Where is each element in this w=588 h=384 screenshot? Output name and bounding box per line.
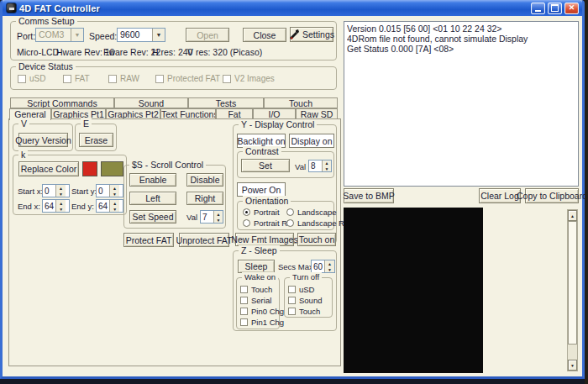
tab-touch[interactable]: Touch [264,97,338,108]
display-on-button[interactable]: Display on [289,134,334,148]
contrast-set-button[interactable]: Set [241,159,290,172]
checkbox-usd[interactable]: uSD [18,74,45,83]
tab-script-commands[interactable]: Script Commands [10,97,114,108]
spin-up-icon[interactable] [56,200,66,206]
sleep-button[interactable]: Sleep [238,260,275,273]
portrait-r-radio-dot[interactable] [243,219,250,227]
landscape-radio-dot[interactable] [286,208,294,216]
start-x-spinner[interactable]: 0 [42,184,70,197]
radio-landscape[interactable]: Landscape [286,208,336,217]
color-swatch-target[interactable] [101,161,123,176]
titlebar[interactable]: 4D FAT Controller [3,0,582,16]
wake-pin1-box[interactable] [240,318,248,326]
radio-portrait[interactable]: Portrait [243,208,280,217]
start-y-spinner[interactable]: 0 [96,184,123,197]
turnoff-sound-checkbox[interactable]: Sound [288,296,322,305]
tab-sound[interactable]: Sound [114,97,188,108]
end-x-spin-arrows[interactable] [55,200,66,212]
radio-portrait-r[interactable]: Portrait R [243,218,287,228]
end-y-spin-arrows[interactable] [109,200,119,212]
wake-touch-checkbox[interactable]: Touch [240,285,272,294]
spin-down-icon[interactable] [110,206,119,212]
save-to-bmp-button[interactable]: Save to BMP [344,188,394,203]
scrollbar-thumb[interactable] [568,221,577,345]
scroll-right-button[interactable]: Right [186,192,223,205]
open-button[interactable]: Open [186,28,229,42]
maximize-button[interactable] [548,3,562,14]
tab-general[interactable]: General [9,108,51,120]
spin-up-icon[interactable] [110,185,119,191]
secs-max-spinner[interactable]: 60 [311,260,335,273]
copy-to-clipboard-button[interactable]: Copy to Clipboard [525,188,579,203]
contrast-spin-arrows[interactable] [322,160,331,171]
end-y-spinner[interactable]: 64 [96,199,123,213]
spin-down-icon[interactable] [323,166,331,172]
port-combo[interactable]: COM3 [35,28,84,42]
log-textarea[interactable]: Version 0.015 [56 00] <01 10 22 24 32> 4… [344,21,579,187]
landscape-r-radio-dot[interactable] [286,219,294,227]
fat-checkbox-box[interactable] [63,75,71,83]
protect-fat-button[interactable]: Protect FAT [123,233,174,247]
protected-fat-checkbox-box[interactable] [155,75,164,83]
spin-up-icon[interactable] [214,211,223,217]
wake-pin0-checkbox[interactable]: Pin0 Chg [240,307,284,316]
display-scrollbar[interactable] [567,209,578,371]
spin-up-icon[interactable] [325,260,334,266]
spin-down-icon[interactable] [56,191,66,197]
scroll-left-button[interactable]: Left [129,192,176,205]
start-x-spin-arrows[interactable] [55,185,66,197]
start-y-spin-arrows[interactable] [109,185,119,197]
checkbox-protected-fat[interactable]: Protected FAT [155,74,220,83]
minimize-button[interactable] [531,3,545,14]
checkbox-v2-images[interactable]: V2 Images [223,74,275,83]
unprotect-fat-button[interactable]: Unprotect FAT [179,233,229,247]
new-fmt-images-button[interactable]: New Fmt Images [235,233,294,246]
query-version-button[interactable]: Query Version [18,133,68,147]
checkbox-fat[interactable]: FAT [63,74,90,83]
checkbox-raw[interactable]: RAW [108,74,139,83]
wake-pin0-box[interactable] [240,308,248,315]
raw-checkbox-box[interactable] [108,75,117,83]
scroll-enable-button[interactable]: Enable [129,173,176,187]
usd-checkbox-box[interactable] [18,75,26,83]
color-swatch-source[interactable] [82,161,97,176]
spin-down-icon[interactable] [110,191,119,197]
erase-button[interactable]: Erase [79,133,113,147]
clear-log-button[interactable]: Clear Log [479,188,521,203]
portrait-radio-dot[interactable] [243,208,250,216]
settings-button[interactable]: Settings [290,27,333,42]
tab-tests[interactable]: Tests [188,97,264,108]
scrollbar-down-icon[interactable] [568,360,577,371]
power-on-button[interactable]: Power On [237,182,286,197]
scroll-val-spin-arrows[interactable] [213,211,223,223]
spin-up-icon[interactable] [110,200,119,206]
replace-color-button[interactable]: Replace Color [18,161,79,176]
wake-serial-box[interactable] [240,297,248,304]
spin-down-icon[interactable] [325,266,334,272]
close-button[interactable]: Close [243,28,286,42]
end-x-spinner[interactable]: 64 [42,199,70,213]
port-dropdown-icon[interactable] [71,29,83,41]
turnoff-touch-checkbox[interactable]: Touch [288,307,320,316]
scrollbar-up-icon[interactable] [568,210,577,221]
scroll-val-spinner[interactable]: 7 [200,210,223,224]
radio-landscape-r[interactable]: Landscape R [286,218,344,228]
wake-serial-checkbox[interactable]: Serial [240,296,271,305]
spin-down-icon[interactable] [214,217,223,223]
touch-on-button[interactable]: Touch on [297,233,336,246]
wake-touch-box[interactable] [240,286,248,293]
wake-pin1-checkbox[interactable]: Pin1 Chg [240,318,284,327]
turnoff-usd-box[interactable] [288,286,296,293]
spin-up-icon[interactable] [56,185,66,191]
close-window-button[interactable] [564,3,579,14]
contrast-val-spinner[interactable]: 8 [308,160,332,172]
turnoff-usd-checkbox[interactable]: uSD [288,285,314,294]
set-speed-button[interactable]: Set Speed [129,210,176,224]
speed-dropdown-icon[interactable] [152,29,165,41]
speed-combo[interactable]: 9600 [117,28,165,42]
scroll-disable-button[interactable]: Disable [186,173,223,187]
turnoff-sound-box[interactable] [288,297,296,304]
spin-down-icon[interactable] [56,206,66,212]
secs-max-spin-arrows[interactable] [324,260,334,272]
v2-images-checkbox-box[interactable] [223,75,231,83]
